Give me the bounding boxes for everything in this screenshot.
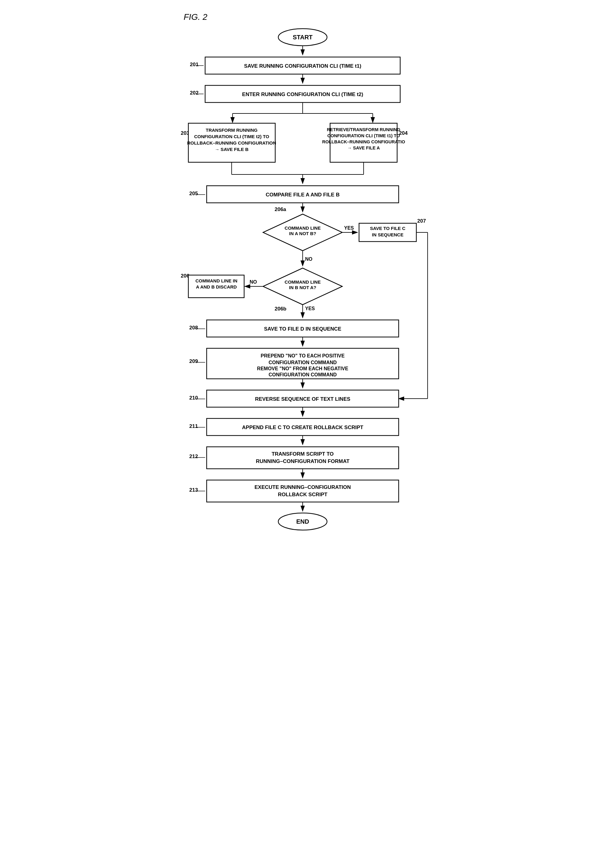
node-206a-line1: COMMAND LINE: [285, 225, 320, 231]
label-207: 207: [417, 218, 426, 224]
node-210: REVERSE SEQUENCE OF TEXT LINES: [255, 396, 350, 402]
node-213-line1: EXECUTE RUNNING–CONFIGURATION: [254, 484, 351, 490]
node-209-line2: CONFIGURATION COMMAND: [269, 360, 337, 365]
node-203-line3: ROLLBACK–RUNNING CONFIGURATION: [187, 140, 276, 146]
label-212: 212: [189, 454, 198, 459]
node-211: APPEND FILE C TO CREATE ROLLBACK SCRIPT: [242, 425, 364, 430]
node-203-line2: CONFIGURATION CLI (TIME t2) TO: [194, 134, 269, 139]
label-210: 210: [189, 395, 198, 401]
node-203-line1: TRANSFORM RUNNING: [206, 127, 258, 133]
node-204-line2: CONFIGURATION CLI (TIME t1) TO: [327, 133, 400, 138]
label-201: 201: [190, 62, 198, 67]
label-206b: 206b: [275, 306, 286, 312]
label-211: 211: [189, 423, 198, 429]
node-206a-line2: IN A NOT B?: [289, 231, 316, 236]
yes-label-206a: YES: [344, 225, 354, 231]
start-label: START: [292, 34, 313, 40]
label-205: 205: [189, 191, 198, 197]
label-209: 209: [189, 358, 198, 364]
node-206c-line2: A AND B DISCARD: [196, 284, 237, 290]
node-204-line3: ROLLBACK–RUNNING CONFIGURATIO: [322, 140, 405, 144]
node-205: COMPARE FILE A AND FILE B: [266, 192, 339, 198]
node-213-line2: ROLLBACK SCRIPT: [278, 491, 327, 498]
flowchart-svg: START 201 SAVE RUNNING CONFIGURATION CLI…: [172, 25, 434, 855]
node-209-line4: CONFIGURATION COMMAND: [269, 372, 337, 377]
svg-rect-46: [207, 447, 399, 469]
no-label-206b: NO: [250, 279, 257, 285]
label-202: 202: [190, 90, 198, 96]
diagram-container: FIG. 2 START 201 SAVE RUNNING CONFIGURAT…: [166, 12, 440, 855]
node-212-line2: RUNNING–CONFIGURATION FORMAT: [256, 459, 350, 464]
node-206c-line1: COMMAND LINE IN: [195, 278, 237, 283]
node-212-line1: TRANSFORM SCRIPT TO: [272, 451, 334, 457]
label-208: 208: [189, 325, 198, 331]
figure-title: FIG. 2: [184, 12, 207, 22]
node-204-line4: → SAVE FILE A: [347, 146, 380, 150]
end-label: END: [296, 518, 309, 525]
node-204-line1: RETRIEVE/TRANSFORM RUNNING: [327, 127, 400, 132]
svg-rect-49: [207, 480, 399, 502]
node-206b-line2: IN B NOT A?: [289, 285, 316, 290]
label-206a: 206a: [275, 206, 286, 212]
node-207-line1: SAVE TO FILE C: [370, 226, 405, 231]
node-209-line3: REMOVE "NO" FROM EACH NEGATIVE: [257, 366, 348, 371]
node-206b-line1: COMMAND LINE: [285, 279, 320, 285]
yes-label-206b: YES: [305, 306, 315, 311]
node-209-line1: PREPEND "NO" TO EACH POSITIVE: [261, 353, 345, 358]
node-203-line4: → SAVE FILE B: [215, 147, 248, 152]
label-213: 213: [189, 487, 198, 493]
node-202: ENTER RUNNING CONFIGURATION CLI (TIME t2…: [242, 91, 363, 97]
node-207-line2: IN SEQUENCE: [372, 232, 403, 237]
no-label-206a: NO: [305, 256, 313, 262]
node-201: SAVE RUNNING CONFIGURATION CLI (TIME t1): [244, 63, 361, 69]
node-208: SAVE TO FILE D IN SEQUENCE: [264, 326, 341, 332]
